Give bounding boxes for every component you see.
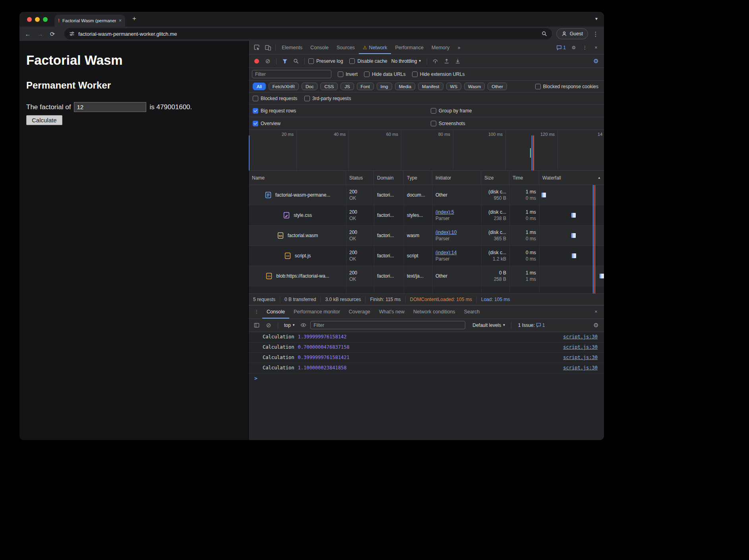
- tab-elements[interactable]: Elements: [278, 41, 306, 54]
- tab-close-icon[interactable]: [119, 18, 122, 23]
- console-settings-gear-icon[interactable]: [591, 321, 601, 330]
- tab-search-icon[interactable]: [595, 16, 598, 21]
- screenshots-checkbox[interactable]: Screenshots: [431, 121, 465, 126]
- filter-chip-manifest[interactable]: Manifest: [418, 83, 443, 90]
- tab-performance[interactable]: Performance: [391, 41, 428, 54]
- address-bar[interactable]: factorial-wasm-permanent-worker.glitch.m…: [64, 28, 552, 39]
- filter-chip-img[interactable]: Img: [377, 83, 392, 90]
- column-header-time[interactable]: Time: [509, 171, 539, 185]
- eye-icon[interactable]: [298, 321, 308, 330]
- tab-sources[interactable]: Sources: [333, 41, 359, 54]
- site-settings-icon[interactable]: [69, 31, 75, 37]
- network-filter-input[interactable]: [252, 70, 331, 78]
- network-request-row[interactable]: factorial-wasm-permane... 200OK factori.…: [249, 185, 604, 205]
- console-source-link[interactable]: script.js:30: [563, 355, 598, 360]
- back-button[interactable]: [23, 31, 33, 37]
- filter-chip-media[interactable]: Media: [395, 83, 415, 90]
- group-by-frame-checkbox[interactable]: Group by frame: [431, 108, 472, 114]
- blocked-response-cookies-checkbox[interactable]: Blocked response cookies: [535, 84, 598, 89]
- filter-chip-fetch-xhr[interactable]: Fetch/XHR: [269, 83, 299, 90]
- search-icon[interactable]: [291, 56, 301, 66]
- calculate-button[interactable]: Calculate: [26, 115, 62, 125]
- column-header-status[interactable]: Status: [346, 171, 374, 185]
- network-request-row[interactable]: <> blob:https://factorial-wa... 200OK fa…: [249, 266, 604, 286]
- traffic-light-minimize[interactable]: [35, 17, 40, 22]
- tab-console[interactable]: Console: [306, 41, 333, 54]
- drawer-close-icon[interactable]: [590, 307, 602, 317]
- filter-chip-other[interactable]: Other: [488, 83, 507, 90]
- network-settings-gear-icon[interactable]: [591, 56, 601, 66]
- reload-button[interactable]: [48, 31, 57, 37]
- invert-checkbox[interactable]: Invert: [338, 71, 358, 77]
- drawer-tab-coverage[interactable]: Coverage: [345, 305, 375, 319]
- drawer-tab-whats-new[interactable]: What's new: [375, 305, 409, 319]
- network-conditions-icon[interactable]: [431, 56, 440, 66]
- column-header-type[interactable]: Type: [404, 171, 432, 185]
- tab-memory[interactable]: Memory: [428, 41, 453, 54]
- filter-chip-css[interactable]: CSS: [320, 83, 338, 90]
- forward-button[interactable]: [35, 31, 45, 37]
- column-header-initiator[interactable]: Initiator: [432, 171, 481, 185]
- network-request-row[interactable]: style.css 200OK factori... styles... (in…: [249, 205, 604, 226]
- disable-cache-checkbox[interactable]: Disable cache: [349, 58, 387, 64]
- initiator-link[interactable]: (index):5: [435, 209, 478, 215]
- drawer-tab-search[interactable]: Search: [460, 305, 484, 319]
- export-har-icon[interactable]: [453, 56, 463, 66]
- filter-chip-all[interactable]: All: [253, 83, 266, 90]
- devtools-menu-icon[interactable]: [579, 42, 590, 53]
- record-button[interactable]: [252, 56, 261, 66]
- issues-badge[interactable]: 1: [554, 45, 568, 50]
- device-toolbar-icon[interactable]: [262, 42, 273, 53]
- console-prompt[interactable]: [249, 373, 604, 384]
- column-header-waterfall[interactable]: Waterfall: [539, 171, 604, 185]
- hide-extension-urls-checkbox[interactable]: Hide extension URLs: [412, 71, 465, 77]
- third-party-requests-checkbox[interactable]: 3rd-party requests: [304, 96, 351, 101]
- new-tab-button[interactable]: [132, 15, 136, 22]
- import-har-icon[interactable]: [442, 56, 451, 66]
- column-header-domain[interactable]: Domain: [374, 171, 404, 185]
- filter-chip-ws[interactable]: WS: [446, 83, 462, 90]
- clear-console-icon[interactable]: [264, 321, 273, 330]
- log-levels-select[interactable]: Default levels: [471, 322, 507, 328]
- filter-chip-js[interactable]: JS: [341, 83, 354, 90]
- filter-chip-wasm[interactable]: Wasm: [464, 83, 485, 90]
- devtools-settings-gear-icon[interactable]: [568, 42, 579, 53]
- console-filter-input[interactable]: [310, 321, 465, 329]
- filter-chip-font[interactable]: Font: [357, 83, 374, 90]
- drawer-tab-performance-monitor[interactable]: Performance monitor: [289, 305, 345, 319]
- traffic-light-close[interactable]: [27, 17, 32, 22]
- overview-checkbox[interactable]: Overview: [253, 121, 281, 126]
- console-source-link[interactable]: script.js:30: [563, 365, 598, 371]
- more-tabs-icon[interactable]: [453, 42, 464, 53]
- console-sidebar-icon[interactable]: [252, 321, 261, 330]
- hide-data-urls-checkbox[interactable]: Hide data URLs: [364, 71, 406, 77]
- drawer-tab-console[interactable]: Console: [262, 305, 289, 319]
- execution-context-select[interactable]: top: [283, 322, 296, 328]
- filter-chip-doc[interactable]: Doc: [302, 83, 317, 90]
- drawer-tab-network-conditions[interactable]: Network conditions: [409, 305, 460, 319]
- devtools-close-icon[interactable]: [590, 42, 602, 53]
- filter-funnel-icon[interactable]: [280, 56, 290, 66]
- column-header-name[interactable]: Name: [249, 171, 346, 185]
- console-source-link[interactable]: script.js:30: [563, 334, 598, 340]
- preserve-log-checkbox[interactable]: Preserve log: [308, 58, 343, 64]
- browser-menu-icon[interactable]: [591, 31, 600, 37]
- drawer-menu-icon[interactable]: [251, 307, 262, 317]
- browser-tab[interactable]: Factorial Wasm (permanent W: [54, 15, 125, 27]
- inspect-element-icon[interactable]: [251, 42, 262, 53]
- tab-network[interactable]: Network: [359, 41, 391, 54]
- zoom-icon[interactable]: [542, 31, 547, 37]
- network-request-row[interactable]: <> script.js 200OK factori... script (in…: [249, 246, 604, 266]
- profile-button[interactable]: Guest: [556, 28, 588, 39]
- network-request-row[interactable]: WA factorial.wasm 200OK factori... wasm …: [249, 226, 604, 246]
- initiator-link[interactable]: (index):14: [435, 249, 478, 256]
- issues-counter[interactable]: 1 Issue: 1: [516, 322, 548, 328]
- clear-network-log-icon[interactable]: [263, 56, 273, 66]
- initiator-link[interactable]: (index):10: [435, 229, 478, 236]
- throttling-select[interactable]: No throttling: [389, 58, 423, 64]
- column-header-size[interactable]: Size: [481, 171, 509, 185]
- big-request-rows-checkbox[interactable]: Big request rows: [253, 108, 296, 114]
- blocked-requests-checkbox[interactable]: Blocked requests: [253, 96, 297, 101]
- console-source-link[interactable]: script.js:30: [563, 344, 598, 350]
- traffic-light-zoom[interactable]: [43, 17, 48, 22]
